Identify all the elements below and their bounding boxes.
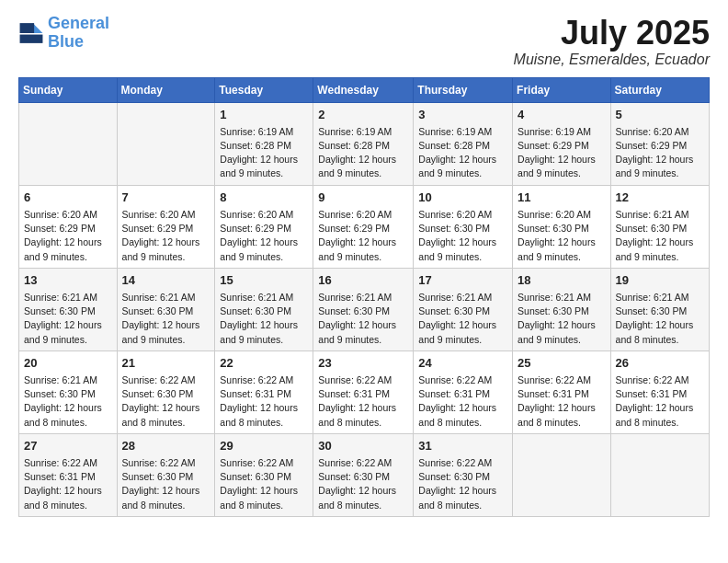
- day-number: 29: [220, 438, 308, 454]
- calendar-cell: 31Sunrise: 6:22 AM Sunset: 6:30 PM Dayli…: [414, 433, 513, 516]
- day-info: Sunrise: 6:22 AM Sunset: 6:31 PM Dayligh…: [418, 373, 507, 430]
- day-number: 12: [616, 190, 704, 206]
- calendar-cell: 13Sunrise: 6:21 AM Sunset: 6:30 PM Dayli…: [19, 268, 118, 350]
- day-info: Sunrise: 6:19 AM Sunset: 6:28 PM Dayligh…: [220, 125, 308, 181]
- calendar-week-row: 6Sunrise: 6:20 AM Sunset: 6:29 PM Daylig…: [19, 185, 710, 268]
- day-info: Sunrise: 6:22 AM Sunset: 6:30 PM Dayligh…: [418, 456, 507, 512]
- day-info: Sunrise: 6:22 AM Sunset: 6:31 PM Dayligh…: [318, 373, 408, 430]
- calendar-cell: [117, 102, 215, 185]
- day-number: 10: [418, 190, 507, 206]
- calendar-week-row: 1Sunrise: 6:19 AM Sunset: 6:28 PM Daylig…: [19, 102, 710, 185]
- day-number: 18: [518, 272, 606, 289]
- calendar-cell: 12Sunrise: 6:21 AM Sunset: 6:30 PM Dayli…: [610, 185, 709, 268]
- month-title: July 2025: [514, 15, 710, 52]
- day-info: Sunrise: 6:19 AM Sunset: 6:28 PM Dayligh…: [418, 125, 507, 181]
- weekday-header-thursday: Thursday: [414, 77, 513, 102]
- day-info: Sunrise: 6:20 AM Sunset: 6:29 PM Dayligh…: [616, 125, 704, 181]
- weekday-header-saturday: Saturday: [610, 77, 709, 102]
- day-info: Sunrise: 6:22 AM Sunset: 6:30 PM Dayligh…: [122, 373, 210, 430]
- calendar-cell: 30Sunrise: 6:22 AM Sunset: 6:30 PM Dayli…: [313, 433, 414, 516]
- day-number: 2: [318, 107, 408, 123]
- calendar-cell: 18Sunrise: 6:21 AM Sunset: 6:30 PM Dayli…: [513, 268, 611, 350]
- svg-rect-3: [20, 34, 43, 42]
- day-number: 24: [418, 355, 507, 372]
- day-number: 11: [518, 190, 606, 206]
- calendar-cell: 20Sunrise: 6:21 AM Sunset: 6:30 PM Dayli…: [19, 350, 118, 433]
- calendar-week-row: 20Sunrise: 6:21 AM Sunset: 6:30 PM Dayli…: [19, 350, 710, 433]
- day-number: 17: [418, 272, 507, 289]
- calendar-cell: 9Sunrise: 6:20 AM Sunset: 6:29 PM Daylig…: [313, 185, 414, 268]
- day-number: 31: [418, 438, 507, 454]
- day-number: 19: [616, 272, 704, 289]
- day-number: 4: [518, 107, 606, 123]
- calendar-cell: 22Sunrise: 6:22 AM Sunset: 6:31 PM Dayli…: [215, 350, 313, 433]
- calendar-cell: 4Sunrise: 6:19 AM Sunset: 6:29 PM Daylig…: [513, 102, 611, 185]
- day-number: 28: [122, 438, 210, 454]
- day-number: 22: [220, 355, 308, 372]
- day-info: Sunrise: 6:20 AM Sunset: 6:29 PM Dayligh…: [122, 208, 210, 264]
- day-info: Sunrise: 6:20 AM Sunset: 6:29 PM Dayligh…: [24, 208, 112, 264]
- day-info: Sunrise: 6:22 AM Sunset: 6:30 PM Dayligh…: [318, 456, 408, 512]
- day-number: 3: [418, 107, 507, 123]
- day-info: Sunrise: 6:19 AM Sunset: 6:28 PM Dayligh…: [318, 125, 408, 181]
- day-info: Sunrise: 6:20 AM Sunset: 6:30 PM Dayligh…: [518, 208, 606, 264]
- calendar-cell: 25Sunrise: 6:22 AM Sunset: 6:31 PM Dayli…: [513, 350, 611, 433]
- calendar-cell: 6Sunrise: 6:20 AM Sunset: 6:29 PM Daylig…: [19, 185, 118, 268]
- calendar-week-row: 27Sunrise: 6:22 AM Sunset: 6:31 PM Dayli…: [19, 433, 710, 516]
- weekday-header-friday: Friday: [513, 77, 611, 102]
- calendar-cell: 11Sunrise: 6:20 AM Sunset: 6:30 PM Dayli…: [513, 185, 611, 268]
- calendar-cell: [19, 102, 118, 185]
- calendar-cell: 10Sunrise: 6:20 AM Sunset: 6:30 PM Dayli…: [414, 185, 513, 268]
- day-number: 27: [24, 438, 112, 454]
- page-header: General Blue July 2025 Muisne, Esmeralde…: [18, 15, 710, 68]
- weekday-header-sunday: Sunday: [19, 77, 118, 102]
- calendar-cell: [610, 433, 709, 516]
- weekday-header-wednesday: Wednesday: [313, 77, 414, 102]
- calendar-cell: 24Sunrise: 6:22 AM Sunset: 6:31 PM Dayli…: [414, 350, 513, 433]
- day-number: 20: [24, 355, 112, 372]
- day-info: Sunrise: 6:20 AM Sunset: 6:29 PM Dayligh…: [220, 208, 308, 264]
- day-number: 15: [220, 272, 308, 289]
- day-info: Sunrise: 6:21 AM Sunset: 6:30 PM Dayligh…: [318, 291, 408, 347]
- svg-rect-2: [20, 23, 35, 33]
- title-block: July 2025 Muisne, Esmeraldes, Ecuador: [514, 15, 710, 68]
- calendar-cell: 2Sunrise: 6:19 AM Sunset: 6:28 PM Daylig…: [313, 102, 414, 185]
- calendar-cell: 15Sunrise: 6:21 AM Sunset: 6:30 PM Dayli…: [215, 268, 313, 350]
- day-number: 23: [318, 355, 408, 372]
- day-info: Sunrise: 6:22 AM Sunset: 6:30 PM Dayligh…: [122, 456, 210, 512]
- day-number: 14: [122, 272, 210, 289]
- weekday-header-monday: Monday: [117, 77, 215, 102]
- day-info: Sunrise: 6:20 AM Sunset: 6:30 PM Dayligh…: [418, 208, 507, 264]
- day-info: Sunrise: 6:19 AM Sunset: 6:29 PM Dayligh…: [518, 125, 606, 181]
- calendar-cell: 5Sunrise: 6:20 AM Sunset: 6:29 PM Daylig…: [610, 102, 709, 185]
- day-info: Sunrise: 6:20 AM Sunset: 6:29 PM Dayligh…: [318, 208, 408, 264]
- day-info: Sunrise: 6:22 AM Sunset: 6:31 PM Dayligh…: [24, 456, 112, 512]
- calendar-cell: 16Sunrise: 6:21 AM Sunset: 6:30 PM Dayli…: [313, 268, 414, 350]
- weekday-header-row: SundayMondayTuesdayWednesdayThursdayFrid…: [19, 77, 710, 102]
- day-info: Sunrise: 6:21 AM Sunset: 6:30 PM Dayligh…: [518, 291, 606, 347]
- calendar-cell: 14Sunrise: 6:21 AM Sunset: 6:30 PM Dayli…: [117, 268, 215, 350]
- day-info: Sunrise: 6:22 AM Sunset: 6:31 PM Dayligh…: [518, 373, 606, 430]
- calendar-cell: 7Sunrise: 6:20 AM Sunset: 6:29 PM Daylig…: [117, 185, 215, 268]
- calendar-cell: [513, 433, 611, 516]
- calendar-table: SundayMondayTuesdayWednesdayThursdayFrid…: [18, 77, 710, 517]
- day-number: 16: [318, 272, 408, 289]
- logo-icon: [18, 20, 44, 46]
- calendar-cell: 3Sunrise: 6:19 AM Sunset: 6:28 PM Daylig…: [414, 102, 513, 185]
- calendar-cell: 21Sunrise: 6:22 AM Sunset: 6:30 PM Dayli…: [117, 350, 215, 433]
- day-info: Sunrise: 6:21 AM Sunset: 6:30 PM Dayligh…: [616, 291, 704, 347]
- calendar-cell: 17Sunrise: 6:21 AM Sunset: 6:30 PM Dayli…: [414, 268, 513, 350]
- location: Muisne, Esmeraldes, Ecuador: [514, 52, 710, 68]
- day-info: Sunrise: 6:21 AM Sunset: 6:30 PM Dayligh…: [122, 291, 210, 347]
- logo-text: General Blue: [48, 15, 109, 52]
- day-number: 7: [122, 190, 210, 206]
- day-info: Sunrise: 6:22 AM Sunset: 6:31 PM Dayligh…: [616, 373, 704, 430]
- day-number: 25: [518, 355, 606, 372]
- calendar-cell: 29Sunrise: 6:22 AM Sunset: 6:30 PM Dayli…: [215, 433, 313, 516]
- calendar-cell: 1Sunrise: 6:19 AM Sunset: 6:28 PM Daylig…: [215, 102, 313, 185]
- calendar-cell: 19Sunrise: 6:21 AM Sunset: 6:30 PM Dayli…: [610, 268, 709, 350]
- calendar-cell: 26Sunrise: 6:22 AM Sunset: 6:31 PM Dayli…: [610, 350, 709, 433]
- calendar-cell: 28Sunrise: 6:22 AM Sunset: 6:30 PM Dayli…: [117, 433, 215, 516]
- day-number: 5: [616, 107, 704, 123]
- day-number: 9: [318, 190, 408, 206]
